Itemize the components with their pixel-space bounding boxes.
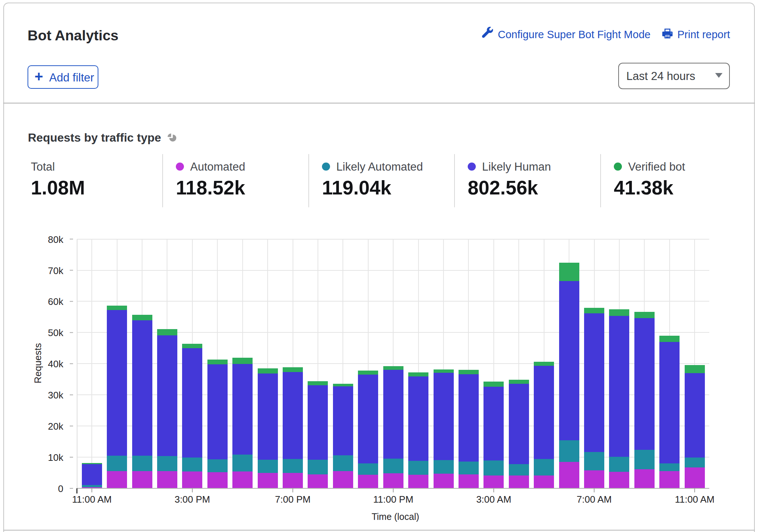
svg-text:3:00 PM: 3:00 PM <box>174 494 210 505</box>
svg-text:20k: 20k <box>48 421 64 432</box>
svg-text:40k: 40k <box>48 358 64 369</box>
svg-text:7:00 AM: 7:00 AM <box>577 494 612 505</box>
svg-text:10k: 10k <box>48 452 64 463</box>
svg-text:60k: 60k <box>48 296 64 307</box>
svg-text:11:00 AM: 11:00 AM <box>675 494 714 505</box>
svg-text:11:00 AM: 11:00 AM <box>72 494 112 505</box>
svg-text:Time (local): Time (local) <box>372 511 419 522</box>
svg-text:3:00 AM: 3:00 AM <box>476 494 511 505</box>
svg-text:30k: 30k <box>48 390 64 401</box>
svg-text:0: 0 <box>58 483 63 494</box>
svg-text:70k: 70k <box>48 265 64 276</box>
svg-text:7:00 PM: 7:00 PM <box>275 494 311 505</box>
svg-text:80k: 80k <box>48 234 64 245</box>
svg-text:Requests: Requests <box>32 343 43 383</box>
svg-text:50k: 50k <box>48 327 64 338</box>
svg-text:11:00 PM: 11:00 PM <box>373 494 413 505</box>
